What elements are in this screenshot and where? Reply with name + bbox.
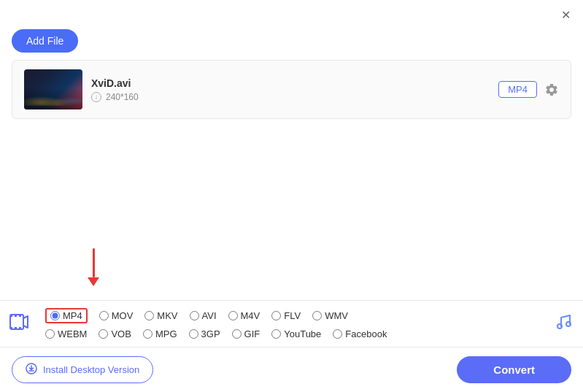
format-label-3gp: 3GP [201,328,220,339]
format-radio-mov[interactable] [99,311,109,320]
music-note-icon [554,312,574,332]
format-label-youtube: YouTube [284,328,321,339]
svg-rect-2 [15,315,17,317]
format-label-facebook: Facebook [345,328,387,339]
download-icon [26,363,37,377]
format-radio-3gp[interactable] [189,329,198,339]
format-option-mp4[interactable]: MP4 [39,307,93,325]
format-radio-vob[interactable] [99,329,108,339]
format-radio-webm[interactable] [45,329,55,339]
format-label-mkv: MKV [157,310,177,321]
download-arrow-icon [26,363,37,374]
format-option-mov[interactable]: MOV [93,309,139,323]
file-info: XviD.avi i 240*160 [91,77,490,102]
format-option-mpg[interactable]: MPG [137,327,183,341]
format-option-avi[interactable]: AVI [184,309,223,323]
close-button[interactable]: ✕ [557,6,574,23]
format-label-webm: WEBM [58,328,87,339]
format-label-mpg: MPG [155,328,177,339]
format-label-mp4: MP4 [63,310,82,321]
format-label-avi: AVI [202,310,217,321]
convert-button[interactable]: Convert [457,356,571,383]
svg-rect-6 [19,327,21,329]
svg-point-11 [557,324,562,328]
format-option-m4v[interactable]: M4V [223,309,266,323]
format-option-webm[interactable]: WEBM [39,327,93,341]
arrow-head [88,277,99,286]
install-desktop-button[interactable]: Install Desktop Version [12,356,153,383]
format-radio-flv[interactable] [271,311,281,320]
action-bar: Install Desktop Version Convert [0,347,583,392]
title-bar: ✕ [0,0,583,26]
file-thumbnail [24,69,82,109]
arrow-shaft [93,248,95,277]
file-name: XviD.avi [91,77,490,89]
format-radio-youtube[interactable] [271,329,281,339]
format-label-mov: MOV [112,310,134,321]
file-actions: MP4 [498,81,559,98]
format-option-youtube[interactable]: YouTube [266,327,327,341]
format-label-m4v: M4V [241,310,260,321]
format-option-flv[interactable]: FLV [266,309,306,323]
format-badge-button[interactable]: MP4 [498,81,537,98]
arrow-indicator [88,248,99,286]
format-radio-facebook[interactable] [333,329,342,339]
format-radio-mpg[interactable] [143,329,152,339]
format-radio-wmv[interactable] [312,311,322,320]
info-icon: i [91,92,101,102]
format-bar: MP4 MOV MKV AVI M4V [0,301,583,347]
format-label-flv: FLV [284,310,301,321]
top-bar: Add File [0,26,583,60]
svg-rect-5 [15,327,17,329]
format-radio-gif[interactable] [232,329,242,339]
file-item: XviD.avi i 240*160 MP4 [12,60,571,119]
gear-icon [544,82,559,97]
format-option-facebook[interactable]: Facebook [327,327,393,341]
format-label-wmv: WMV [325,310,348,321]
format-option-mkv[interactable]: MKV [139,309,183,323]
svg-rect-3 [19,315,21,317]
add-file-button[interactable]: Add File [12,29,78,53]
format-option-3gp[interactable]: 3GP [183,327,226,341]
format-radio-avi[interactable] [190,311,199,320]
bottom-panel: MP4 MOV MKV AVI M4V [0,300,583,392]
file-dimensions: 240*160 [106,92,139,102]
svg-point-12 [566,322,571,326]
format-radio-m4v[interactable] [228,311,238,320]
format-label-gif: GIF [244,328,260,339]
file-meta: i 240*160 [91,92,490,102]
format-radio-mp4[interactable] [50,311,60,320]
format-label-vob: VOB [111,328,131,339]
svg-rect-1 [10,315,12,317]
format-option-gif[interactable]: GIF [226,327,266,341]
audio-format-icon[interactable] [554,312,574,337]
install-desktop-label: Install Desktop Version [43,364,139,375]
format-option-vob[interactable]: VOB [93,327,136,341]
svg-rect-4 [10,327,12,329]
format-radio-mkv[interactable] [144,311,154,320]
film-icon [9,312,29,332]
format-option-wmv[interactable]: WMV [306,309,354,323]
settings-button[interactable] [544,82,559,97]
video-format-icon[interactable] [9,312,29,337]
